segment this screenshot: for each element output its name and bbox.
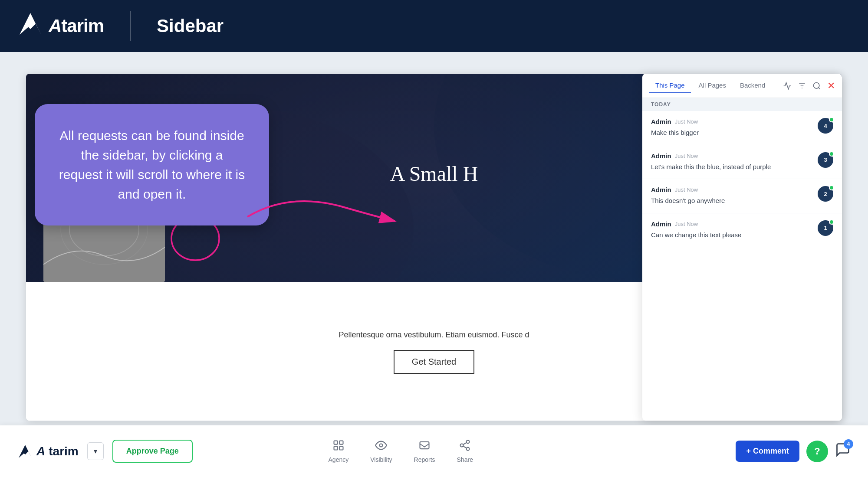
comment-author-2: Admin	[651, 152, 671, 160]
comment-author-3: Admin	[651, 186, 671, 193]
comment-item-1[interactable]: Admin Just Now Make this bigger 4	[642, 111, 842, 145]
agency-label: Agency	[329, 456, 349, 463]
nav-item-share[interactable]: Share	[457, 439, 473, 463]
chat-button[interactable]: 4	[835, 442, 851, 461]
svg-line-27	[463, 443, 467, 445]
comment-item-3[interactable]: Admin Just Now This doesn't go anywhere …	[642, 179, 842, 213]
comment-text-4: Can we change this text please	[651, 230, 812, 240]
logo-text: Atarim	[49, 16, 104, 36]
header-divider	[130, 11, 131, 41]
sidebar-action-icons: ✕	[783, 80, 835, 91]
svg-rect-20	[339, 446, 343, 450]
comment-header-2: Admin Just Now	[651, 152, 812, 160]
tab-all-pages[interactable]: All Pages	[693, 78, 732, 93]
comment-item-2[interactable]: Admin Just Now Let's make this the blue,…	[642, 145, 842, 180]
comment-badge-4: 1	[818, 220, 833, 236]
nav-item-reports[interactable]: Reports	[414, 439, 435, 463]
section-today-label: TODAY	[642, 98, 842, 111]
badge-dot-1	[829, 117, 834, 122]
sidebar-panel: This Page All Pages Backend	[642, 74, 842, 421]
search-icon-button[interactable]	[812, 82, 821, 90]
share-label: Share	[457, 456, 473, 463]
comment-text-2: Let's make this the blue, instead of pur…	[651, 162, 812, 172]
close-icon-button[interactable]: ✕	[827, 80, 835, 91]
preview-body-text: Pellentesque orna vestibulum. Etiam euis…	[339, 329, 529, 341]
svg-point-24	[460, 444, 464, 447]
comment-time-4: Just Now	[675, 221, 698, 227]
share-icon	[459, 439, 471, 454]
filter-icon-button[interactable]	[798, 82, 806, 90]
tooltip-text: All requests can be found inside the sid…	[59, 128, 245, 201]
comment-author-1: Admin	[651, 118, 671, 125]
comment-header-1: Admin Just Now	[651, 118, 812, 125]
sidebar-tabs: This Page All Pages Backend	[642, 74, 842, 98]
help-button[interactable]: ?	[806, 441, 828, 462]
svg-marker-0	[20, 13, 36, 35]
main-area: A Small H Pellentesque orna vestibulum. …	[0, 52, 868, 477]
svg-point-13	[814, 82, 819, 88]
comment-main-2: Admin Just Now Let's make this the blue,…	[651, 152, 812, 172]
svg-point-23	[467, 440, 470, 443]
badge-dot-2	[829, 151, 834, 157]
comment-header-4: Admin Just Now	[651, 220, 812, 228]
agency-icon	[332, 439, 345, 454]
comment-author-4: Admin	[651, 220, 671, 228]
logo-a: A	[49, 16, 61, 36]
tooltip-bubble: All requests can be found inside the sid…	[35, 104, 269, 225]
comment-text-1: Make this bigger	[651, 128, 812, 138]
comment-badge-1: 4	[818, 118, 833, 134]
comment-time-2: Just Now	[675, 153, 698, 159]
badge-dot-4	[829, 219, 834, 225]
comments-list: Admin Just Now Make this bigger 4 Admin …	[642, 111, 842, 421]
tab-this-page[interactable]: This Page	[649, 78, 691, 93]
svg-rect-18	[339, 441, 343, 444]
activity-icon-button[interactable]	[783, 82, 792, 90]
add-comment-button[interactable]: + Comment	[736, 441, 799, 462]
svg-line-14	[819, 87, 820, 89]
comment-main-4: Admin Just Now Can we change this text p…	[651, 220, 812, 240]
svg-rect-22	[420, 442, 429, 449]
get-started-button[interactable]: Get Started	[394, 350, 474, 374]
comment-badge-2: 3	[818, 152, 833, 168]
comment-time-1: Just Now	[675, 118, 698, 125]
svg-point-21	[380, 444, 383, 447]
nav-item-agency[interactable]: Agency	[329, 439, 349, 463]
preview-title: A Small H	[390, 162, 478, 186]
comment-badge-3: 2	[818, 186, 833, 202]
svg-marker-15	[19, 445, 28, 458]
badge-dot-3	[829, 185, 834, 190]
comment-main-3: Admin Just Now This doesn't go anywhere	[651, 186, 812, 206]
comment-text-3: This doesn't go anywhere	[651, 196, 812, 206]
reports-label: Reports	[414, 456, 435, 463]
logo-area: Atarim	[17, 11, 104, 42]
comment-item-4[interactable]: Admin Just Now Can we change this text p…	[642, 213, 842, 248]
svg-point-25	[467, 448, 470, 451]
logo-icon	[17, 11, 43, 42]
svg-line-26	[463, 446, 467, 448]
reports-icon	[418, 439, 431, 454]
comment-header-3: Admin Just Now	[651, 186, 812, 193]
top-header: Atarim Sidebar	[0, 0, 868, 52]
tab-backend[interactable]: Backend	[734, 78, 771, 93]
visibility-label: Visibility	[370, 456, 392, 463]
toolbar-nav: Agency Visibility Report	[329, 439, 473, 463]
bottom-toolbar: Atarim ▾ Approve Page Agency	[0, 425, 868, 477]
toolbar-logo-text: A	[36, 444, 45, 458]
page-title: Sidebar	[157, 16, 224, 36]
svg-rect-17	[334, 441, 337, 444]
svg-rect-19	[334, 446, 337, 450]
toolbar-right: + Comment ? 4	[736, 441, 851, 462]
approve-page-button[interactable]: Approve Page	[112, 440, 193, 463]
comment-main-1: Admin Just Now Make this bigger	[651, 118, 812, 138]
toolbar-dropdown-button[interactable]: ▾	[87, 442, 104, 460]
visibility-icon	[375, 439, 387, 454]
chevron-down-icon: ▾	[94, 447, 97, 455]
nav-item-visibility[interactable]: Visibility	[370, 439, 392, 463]
chat-badge: 4	[844, 439, 853, 449]
toolbar-logo: Atarim	[17, 444, 79, 459]
comment-time-3: Just Now	[675, 186, 698, 193]
